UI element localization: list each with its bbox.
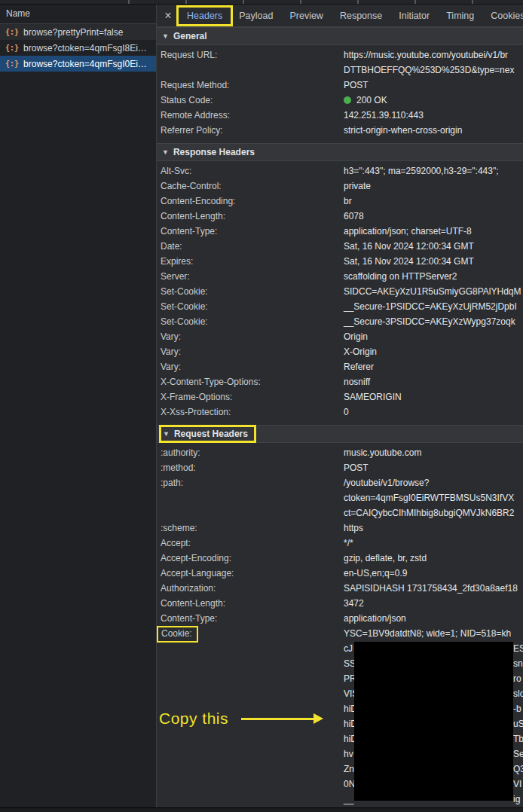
header-row: :path:/youtubei/v1/browse?ctoken=4qmFsgI… <box>157 475 523 520</box>
header-name: Accept-Encoding: <box>157 551 344 566</box>
json-request-icon: {:} <box>5 44 19 52</box>
header-value: application/json; charset=UTF-8 <box>344 224 523 239</box>
copy-this-annotation: Copy this <box>159 707 323 730</box>
network-request-item[interactable]: {:}browse?prettyPrint=false <box>0 24 156 40</box>
header-value: gzip, deflate, br, zstd <box>344 551 523 566</box>
header-value-line: /youtubei/v1/browse? <box>344 475 523 490</box>
header-value: POST <box>344 460 523 475</box>
section-header-request-headers[interactable]: ▼Request Headers <box>157 425 523 443</box>
header-value-line: POST <box>344 460 523 475</box>
header-value: __Secure-3PSIDCC=AKEyXzWypg37zoqk <box>344 314 523 329</box>
network-request-list: Name {:}browse?prettyPrint=false{:}brows… <box>0 5 157 807</box>
header-row: Request Method:POST <box>157 78 523 93</box>
header-value: en-US,en;q=0.9 <box>344 566 523 581</box>
tab-preview[interactable]: Preview <box>281 8 331 24</box>
header-row: X-Xss-Protection:0 <box>157 404 523 420</box>
tab-headers[interactable]: Headers <box>179 8 231 24</box>
header-value: 0 <box>344 404 523 420</box>
tab-payload[interactable]: Payload <box>231 8 281 24</box>
section-header-response-headers[interactable]: ▼Response Headers <box>157 143 523 161</box>
header-name: Content-Type: <box>157 224 344 239</box>
cookie-fragment-right: Se <box>513 746 523 762</box>
header-value: strict-origin-when-cross-origin <box>344 123 523 138</box>
header-row: Content-Type:application/json <box>157 611 523 626</box>
header-value: h3=":443"; ma=2592000,h3-29=":443"; <box>344 163 523 179</box>
header-name: Remote Address: <box>157 108 344 123</box>
header-row: Request URL:https://music.youtube.com/yo… <box>157 47 523 78</box>
header-row: Content-Length:3472 <box>157 596 523 611</box>
section-title: Request Headers <box>174 429 248 439</box>
header-value-line: SAMEORIGIN <box>344 389 523 404</box>
header-name: Authorization: <box>157 581 344 596</box>
header-value-line: application/json; charset=UTF-8 <box>344 224 523 239</box>
header-value-line: X-Origin <box>344 344 523 359</box>
header-value: https://music.youtube.com/youtubei/v1/br… <box>344 47 523 78</box>
header-row: :authority:music.youtube.com <box>157 445 523 460</box>
header-row: Vary:Referer <box>157 359 523 374</box>
section-title: Response Headers <box>173 147 255 157</box>
header-value: 200 OK <box>344 93 523 108</box>
tab-cookies[interactable]: Cookies <box>482 8 523 24</box>
disclosure-triangle-icon: ▼ <box>163 430 170 438</box>
header-row: Accept:*/* <box>157 536 523 551</box>
section-title: General <box>173 31 207 41</box>
name-column-header[interactable]: Name <box>0 5 156 24</box>
tab-initiator[interactable]: Initiator <box>390 8 438 24</box>
header-name: Cookie: <box>157 626 344 643</box>
request-name-label: browse?ctoken=4qmFsgI0Ei… <box>23 59 147 69</box>
tab-timing[interactable]: Timing <box>438 8 482 24</box>
header-value-line: strict-origin-when-cross-origin <box>344 123 523 138</box>
request-name-label: browse?prettyPrint=false <box>23 27 123 38</box>
header-name: Vary: <box>157 344 344 359</box>
header-name: Vary: <box>157 329 344 344</box>
header-name: X-Xss-Protection: <box>157 404 344 420</box>
header-name: Server: <box>157 269 344 284</box>
header-name: Cache-Control: <box>157 179 344 194</box>
cookie-fragment-right: ig <box>513 792 520 807</box>
section-rows: Request URL:https://music.youtube.com/yo… <box>157 45 523 143</box>
header-value-line: Sat, 16 Nov 2024 12:00:34 GMT <box>344 254 523 269</box>
header-name: X-Frame-Options: <box>157 389 344 404</box>
header-row: :scheme:https <box>157 520 523 536</box>
header-value-line: scaffolding on HTTPServer2 <box>344 269 523 284</box>
header-name: :scheme: <box>157 520 344 536</box>
tab-response[interactable]: Response <box>332 8 390 24</box>
header-name: Set-Cookie: <box>157 314 344 329</box>
header-row: Accept-Encoding:gzip, deflate, br, zstd <box>157 551 523 566</box>
header-row: Vary:Origin <box>157 329 523 344</box>
header-value-line: ct=CAIQybcCIhMIhbig8ubgiQMVJkN6BR2 <box>344 505 523 520</box>
cookie-fragment-right: ES <box>513 641 523 656</box>
header-name: Set-Cookie: <box>157 299 344 314</box>
header-value-line: ctoken=4qmFsgI0EiRWTFBMSUs5N3IfVX <box>344 490 523 505</box>
header-value-line: application/json <box>344 611 523 626</box>
section-header-general[interactable]: ▼General <box>157 27 523 45</box>
header-value-line: */* <box>344 536 523 551</box>
cookie-fragment-right: slo <box>513 686 523 701</box>
close-icon[interactable]: × <box>161 10 176 22</box>
header-name: Content-Length: <box>157 596 344 611</box>
header-value-line: __Secure-1PSIDCC=AKEyXzUjRM52jDpbI <box>344 299 523 314</box>
header-name: Accept-Language: <box>157 566 344 581</box>
cookie-fragment-right: VI <box>513 777 521 792</box>
header-value-line: POST <box>344 78 523 93</box>
cookie-fragment-right: sn <box>513 656 523 671</box>
header-value: https <box>344 520 523 536</box>
header-row: Date:Sat, 16 Nov 2024 12:00:34 GMT <box>157 239 523 254</box>
cookie-fragment-right: Tb <box>513 731 523 746</box>
network-request-item[interactable]: {:}browse?ctoken=4qmFsgI0Ei… <box>0 56 156 72</box>
header-value-line: Origin <box>344 329 523 344</box>
header-value: private <box>344 179 523 194</box>
arrow-line <box>241 718 313 720</box>
header-row: X-Content-Type-Options:nosniff <box>157 374 523 389</box>
header-value: music.youtube.com <box>344 445 523 460</box>
cookie-fragment-right: -b <box>513 701 521 716</box>
header-row: Content-Type:application/json; charset=U… <box>157 224 523 239</box>
header-row: Cache-Control:private <box>157 179 523 194</box>
arrow-right-icon <box>313 713 323 724</box>
header-value: 142.251.39.110:443 <box>344 108 523 123</box>
network-request-item[interactable]: {:}browse?ctoken=4qmFsgI8Ei… <box>0 40 156 56</box>
header-row: Set-Cookie:SIDCC=AKEyXzU1R5uSmiyGG8PAlYH… <box>157 284 523 299</box>
header-value-line: Referer <box>344 359 523 374</box>
header-value-line: https://music.youtube.com/youtubei/v1/br <box>344 47 523 63</box>
header-name: Status Code: <box>157 93 344 108</box>
